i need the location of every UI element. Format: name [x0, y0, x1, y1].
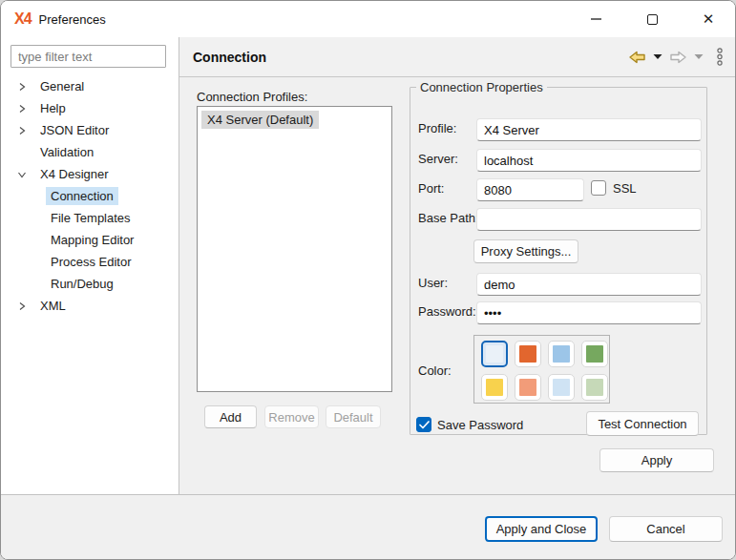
cancel-button[interactable]: Cancel [609, 516, 723, 542]
color-swatch-6[interactable] [515, 374, 541, 401]
remove-button: Remove [264, 405, 319, 428]
connection-profiles-label: Connection Profiles: [197, 90, 307, 104]
connection-properties-legend: Connection Properties [416, 80, 547, 94]
color-chip [486, 345, 503, 363]
chevron-right-icon[interactable] [14, 123, 30, 138]
add-button[interactable]: Add [204, 405, 257, 428]
check-icon [419, 421, 430, 429]
password-input[interactable] [476, 301, 702, 324]
tree-item-label: JSON Editor [35, 121, 114, 139]
tree-item-label: Run/Debug [46, 275, 118, 293]
color-chip [519, 379, 536, 396]
back-arrow-icon[interactable] [628, 50, 646, 65]
color-swatch-3[interactable] [548, 341, 575, 367]
color-chip [586, 345, 603, 363]
save-password-label: Save Password [437, 418, 523, 432]
sidebar-item-validation[interactable]: Validation [1, 141, 179, 163]
sidebar-item-x4-designer[interactable]: X4 Designer [1, 163, 179, 185]
sidebar-item-connection[interactable]: Connection [1, 185, 179, 207]
tree-item-label: Validation [35, 143, 98, 161]
sidebar-item-process-editor[interactable]: Process Editor [1, 251, 179, 273]
chevron-right-icon[interactable] [14, 299, 30, 314]
tree-item-label: X4 Designer [35, 165, 114, 183]
tree-item-label: XML [35, 297, 71, 315]
apply-and-close-button[interactable]: Apply and Close [485, 516, 598, 542]
minimize-button[interactable] [576, 1, 616, 37]
maximize-button[interactable] [632, 1, 672, 37]
sidebar: GeneralHelpJSON EditorValidationX4 Desig… [1, 37, 179, 494]
color-swatch-5[interactable] [481, 374, 508, 401]
color-chip [553, 379, 570, 396]
test-connection-button[interactable]: Test Connection [586, 411, 699, 436]
sidebar-item-xml[interactable]: XML [1, 295, 179, 317]
page-header: Connection [179, 37, 736, 77]
color-label: Color: [418, 363, 452, 378]
tree-item-label: Help [35, 99, 71, 117]
base-path-input[interactable] [476, 208, 702, 231]
proxy-settings-button[interactable]: Proxy Settings... [473, 239, 578, 263]
port-label: Port: [418, 181, 444, 196]
dialog-footer: Apply and Close Cancel [1, 494, 735, 560]
x4-logo-icon: X4 [14, 10, 32, 28]
password-label: Password: [418, 304, 476, 319]
tree-item-label: Mapping Editor [46, 231, 138, 249]
connection-page: Connection Profiles: X4 Server (Default)… [179, 77, 736, 494]
sidebar-item-json-editor[interactable]: JSON Editor [1, 119, 179, 141]
ssl-checkbox[interactable] [591, 180, 606, 196]
server-label: Server: [418, 152, 458, 166]
tree-spacer [14, 145, 30, 160]
close-button[interactable]: ✕ [688, 1, 728, 37]
close-icon: ✕ [703, 10, 715, 28]
chevron-right-icon[interactable] [14, 79, 30, 94]
user-input[interactable] [476, 273, 702, 296]
color-chip [486, 379, 503, 396]
server-input[interactable] [476, 149, 702, 172]
preferences-tree: GeneralHelpJSON EditorValidationX4 Desig… [1, 75, 179, 317]
tree-item-label: Process Editor [46, 253, 137, 271]
minimize-icon [591, 18, 601, 20]
maximize-icon [647, 14, 658, 25]
default-button: Default [326, 405, 381, 428]
tree-item-label: File Templates [46, 209, 136, 227]
chevron-down-icon[interactable] [14, 167, 30, 182]
sidebar-item-file-templates[interactable]: File Templates [1, 207, 179, 229]
color-chip [519, 345, 536, 363]
back-dropdown-icon[interactable] [653, 53, 662, 60]
sidebar-item-help[interactable]: Help [1, 97, 179, 119]
user-label: User: [418, 276, 448, 290]
profile-input[interactable] [476, 118, 702, 141]
color-swatch-8[interactable] [581, 374, 608, 401]
profile-list-item[interactable]: X4 Server (Default) [201, 111, 319, 129]
preferences-dialog: X4 Preferences ✕ GeneralHelpJSON EditorV… [0, 0, 736, 560]
port-input[interactable] [476, 178, 584, 201]
sidebar-item-mapping-editor[interactable]: Mapping Editor [1, 229, 179, 251]
color-swatch-panel [473, 335, 610, 404]
window-title: Preferences [39, 12, 106, 27]
color-swatch-4[interactable] [581, 341, 608, 367]
forward-arrow-icon[interactable] [669, 50, 687, 65]
ssl-label: SSL [613, 181, 637, 196]
color-swatch-1[interactable] [481, 341, 508, 367]
tree-item-label: General [35, 77, 89, 95]
connection-profiles-list[interactable]: X4 Server (Default) [197, 106, 392, 392]
color-swatch-7[interactable] [548, 374, 575, 401]
apply-button[interactable]: Apply [599, 448, 714, 472]
sidebar-item-run-debug[interactable]: Run/Debug [1, 273, 179, 295]
profile-label: Profile: [418, 121, 456, 135]
title-bar: X4 Preferences [1, 1, 735, 37]
connection-properties-group: Connection Properties Profile: Server: P… [410, 80, 707, 435]
color-chip [586, 379, 603, 396]
view-menu-icon[interactable] [716, 48, 724, 66]
base-path-label: Base Path: [418, 211, 479, 225]
chevron-right-icon[interactable] [14, 101, 30, 116]
filter-input[interactable] [11, 45, 166, 68]
forward-dropdown-icon[interactable] [694, 53, 704, 60]
color-swatch-2[interactable] [515, 341, 541, 367]
color-chip [553, 345, 570, 363]
save-password-checkbox[interactable] [416, 417, 431, 432]
page-title: Connection [193, 50, 266, 65]
sidebar-item-general[interactable]: General [1, 75, 179, 97]
tree-item-label: Connection [46, 187, 118, 205]
